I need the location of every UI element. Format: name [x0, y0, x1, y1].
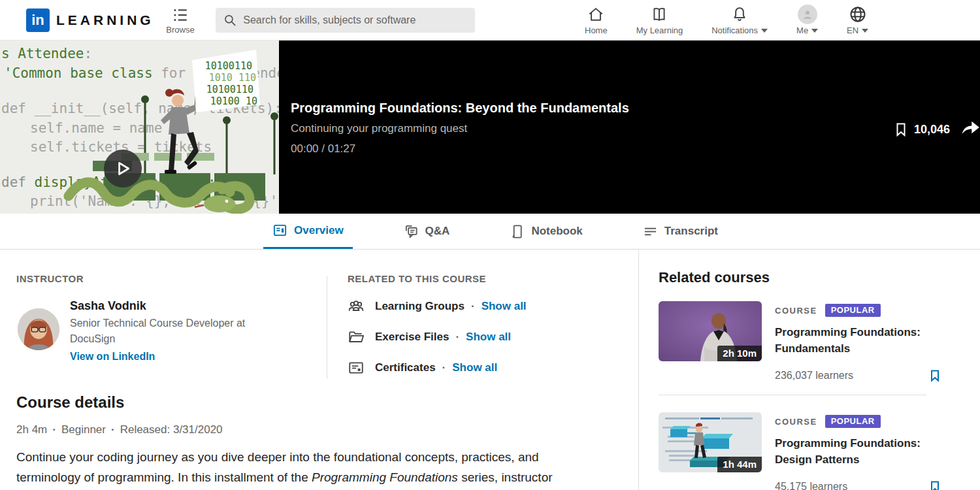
- my-learning-label: My Learning: [636, 25, 683, 35]
- linkedin-learning-course-page: in LEARNING Browse: [0, 0, 980, 490]
- qa-bubbles-icon: [404, 224, 419, 239]
- course-meta: 2h 4m·Beginner·Released: 3/31/2020: [16, 423, 223, 436]
- related-courses-heading: Related courses: [659, 269, 770, 286]
- top-navigation: in LEARNING Browse: [0, 0, 980, 41]
- me-label: Me: [796, 25, 808, 35]
- separator-dot: ·: [471, 300, 475, 313]
- bookmark-icon[interactable]: [928, 368, 941, 383]
- overview-icon: [272, 223, 287, 238]
- show-all-learning-groups-link[interactable]: Show all: [482, 300, 527, 313]
- notebook-icon: [510, 224, 525, 239]
- overview-panel: INSTRUCTOR Sasha Vodnik Senior Technical: [0, 250, 638, 490]
- course-card-body: COURSE POPULAR Programming Foundations: …: [775, 415, 941, 468]
- browse-menu-button[interactable]: Browse: [162, 5, 199, 35]
- instructor-card: Sasha Vodnik Senior Technical Course Dev…: [18, 299, 279, 363]
- play-button[interactable]: [104, 150, 142, 188]
- learners-count: 236,037 learners: [775, 370, 853, 382]
- linkedin-logo-icon: in: [26, 8, 50, 32]
- binary-panel: 10100110 1010 110 10100110 10100 10: [192, 50, 260, 112]
- related-courses-sidebar: Related courses: [638, 250, 980, 490]
- instructor-info: Sasha Vodnik Senior Technical Course Dev…: [70, 299, 279, 363]
- svg-text:10100110: 10100110: [205, 60, 252, 72]
- tab-label: Overview: [294, 224, 344, 237]
- svg-text:10100110: 10100110: [206, 84, 253, 95]
- related-to-course-section: RELATED TO THIS COURSE Learning Groups ·…: [348, 273, 527, 376]
- course-level: Beginner: [61, 423, 106, 436]
- search-icon: [223, 13, 237, 27]
- instructor-title: Senior Technical Course Developer at Doc…: [70, 316, 279, 347]
- learners-count: 45,175 learners: [775, 481, 847, 490]
- folder-icon: [348, 329, 365, 346]
- show-all-certificates-link[interactable]: Show all: [452, 361, 497, 374]
- person-icon: [802, 8, 813, 20]
- tab-notebook[interactable]: Notebook: [500, 214, 591, 249]
- course-thumbnail[interactable]: 2h 10m: [659, 301, 762, 361]
- certificate-icon: [348, 359, 365, 376]
- nav-me[interactable]: Me: [796, 4, 818, 35]
- tab-label: Transcript: [664, 225, 718, 238]
- svg-text:10100 10: 10100 10: [210, 95, 257, 107]
- popular-badge: POPULAR: [825, 415, 881, 428]
- course-card-title[interactable]: Programming Foundations: Design Patterns: [775, 435, 941, 468]
- people-group-icon: [348, 298, 365, 315]
- related-course-card: 2h 10m COURSE POPULAR Programming Founda…: [659, 301, 941, 381]
- learning-groups-row: Learning Groups · Show all: [348, 298, 527, 315]
- top-nav-items: Home My Learning Notifications: [585, 4, 897, 35]
- bell-icon: [731, 6, 748, 23]
- tab-overview[interactable]: Overview: [263, 214, 353, 249]
- course-card-body: COURSE POPULAR Programming Foundations: …: [775, 304, 941, 357]
- instructor-photo: [18, 308, 59, 350]
- course-thumbnail[interactable]: 1h 44m: [659, 412, 762, 472]
- tab-label: Notebook: [531, 225, 582, 238]
- nav-notifications[interactable]: Notifications: [711, 4, 768, 35]
- video-thumbnail[interactable]: s Attendee: 'Common base class for all a…: [0, 41, 279, 214]
- chevron-down-icon: [811, 29, 818, 33]
- list-icon: [172, 7, 189, 24]
- search-input[interactable]: [243, 14, 467, 26]
- notifications-label: Notifications: [711, 25, 758, 35]
- certificates-row: Certificates · Show all: [348, 359, 527, 376]
- video-title: Programming Foundations: Beyond the Fund…: [291, 101, 629, 116]
- certificates-label[interactable]: Certificates: [375, 361, 436, 374]
- home-icon: [587, 6, 604, 23]
- logo-product-name: LEARNING: [56, 12, 154, 28]
- video-subtitle: Continuing your programming quest: [291, 122, 467, 135]
- bookmark-count: 10,046: [914, 123, 950, 137]
- duration-badge: 2h 10m: [717, 346, 762, 361]
- separator-dot: ·: [442, 361, 446, 374]
- globe-icon: [849, 5, 867, 24]
- tab-transcript[interactable]: Transcript: [634, 214, 727, 249]
- bookmark-icon[interactable]: [928, 480, 941, 490]
- browse-label: Browse: [162, 25, 199, 35]
- card-divider: [659, 395, 926, 395]
- nav-my-learning[interactable]: My Learning: [636, 4, 683, 35]
- chevron-down-icon: [862, 29, 868, 33]
- column-divider: [327, 276, 327, 379]
- related-heading: RELATED TO THIS COURSE: [348, 273, 527, 284]
- course-released: Released: 3/31/2020: [120, 423, 223, 436]
- linkedin-learning-logo[interactable]: in LEARNING: [26, 8, 154, 32]
- bookmark-count-button[interactable]: 10,046: [893, 120, 950, 139]
- tab-qa[interactable]: Q&A: [395, 214, 459, 249]
- view-on-linkedin-link[interactable]: View on LinkedIn: [70, 351, 279, 363]
- exercise-files-row: Exercise Files · Show all: [348, 329, 527, 346]
- show-all-exercise-files-link[interactable]: Show all: [466, 331, 511, 344]
- duration-badge: 1h 44m: [717, 457, 762, 472]
- description-text: series, instructor: [458, 470, 553, 484]
- course-card-title[interactable]: Programming Foundations: Fundamentals: [775, 324, 941, 357]
- nav-language[interactable]: EN: [847, 4, 868, 35]
- instructor-avatar[interactable]: [18, 308, 59, 350]
- course-duration: 2h 4m: [16, 423, 47, 436]
- home-label: Home: [585, 25, 608, 35]
- tab-label: Q&A: [425, 225, 450, 238]
- learning-groups-label[interactable]: Learning Groups: [375, 300, 465, 313]
- python-snake-illustration: 10100110 1010 110 10100110 10100 10: [0, 41, 279, 214]
- search-bar[interactable]: [216, 8, 475, 33]
- course-description: Continue your coding journey as you dive…: [16, 447, 598, 487]
- nav-home[interactable]: Home: [585, 4, 608, 35]
- course-details-heading: Course details: [16, 393, 124, 412]
- separator-dot: ·: [111, 423, 115, 436]
- share-button[interactable]: [960, 119, 980, 139]
- exercise-files-label[interactable]: Exercise Files: [375, 331, 449, 344]
- instructor-heading: INSTRUCTOR: [16, 273, 84, 284]
